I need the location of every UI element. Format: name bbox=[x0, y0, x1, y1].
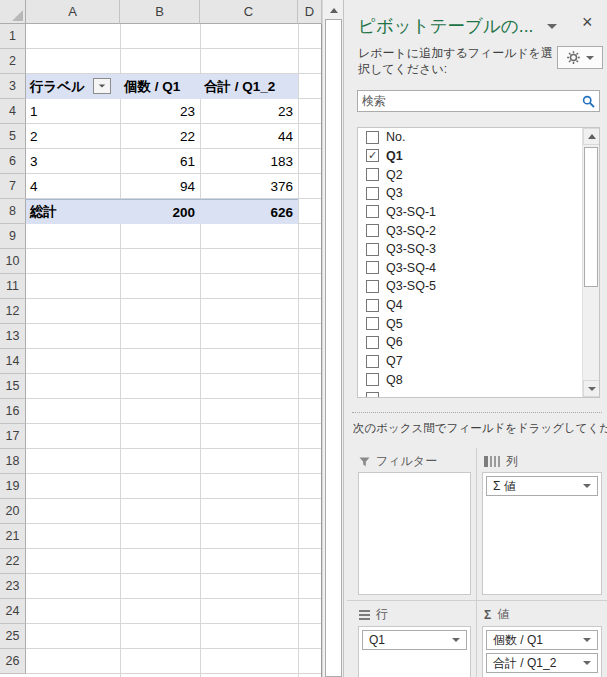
field-list-scrollbar[interactable] bbox=[582, 128, 599, 397]
field-list-item[interactable]: Q3-SQ-4 bbox=[358, 258, 599, 277]
row-header-13[interactable]: 13 bbox=[0, 324, 26, 349]
row-header-6[interactable]: 6 bbox=[0, 149, 26, 174]
row-header-10[interactable]: 10 bbox=[0, 249, 26, 274]
row-header-4[interactable]: 4 bbox=[0, 99, 26, 124]
field-checkbox[interactable] bbox=[366, 373, 379, 386]
sheet-vertical-scrollbar[interactable] bbox=[322, 0, 343, 677]
field-checkbox[interactable] bbox=[366, 243, 379, 256]
pivot-value[interactable]: 183 bbox=[200, 149, 298, 174]
pivot-grand-total-value[interactable]: 200 bbox=[120, 199, 200, 224]
pivot-value[interactable]: 44 bbox=[200, 124, 298, 149]
pivot-grand-total-label[interactable]: 総計 bbox=[26, 199, 120, 224]
field-checkbox[interactable] bbox=[366, 355, 379, 368]
row-header-18[interactable]: 18 bbox=[0, 449, 26, 474]
area-field-pill[interactable]: 合計 / Q1_2 bbox=[486, 653, 598, 673]
row-header-21[interactable]: 21 bbox=[0, 524, 26, 549]
field-checkbox[interactable] bbox=[366, 336, 379, 349]
row-header-20[interactable]: 20 bbox=[0, 499, 26, 524]
column-header-C[interactable]: C bbox=[200, 0, 298, 24]
search-icon[interactable] bbox=[577, 95, 599, 108]
field-list-item[interactable]: Q4 bbox=[358, 296, 599, 315]
row-header-19[interactable]: 19 bbox=[0, 474, 26, 499]
pivot-value[interactable]: 23 bbox=[200, 99, 298, 124]
field-checkbox[interactable] bbox=[366, 187, 379, 200]
columns-area-box[interactable]: Σ 値 bbox=[482, 472, 602, 595]
pivot-value[interactable]: 376 bbox=[200, 174, 298, 199]
field-list-item[interactable]: Q2 bbox=[358, 165, 599, 184]
row-header-1[interactable]: 1 bbox=[0, 24, 26, 49]
field-checkbox[interactable] bbox=[366, 261, 379, 274]
row-header-16[interactable]: 16 bbox=[0, 399, 26, 424]
field-list-item[interactable]: Q7 bbox=[358, 352, 599, 371]
row-header-5[interactable]: 5 bbox=[0, 124, 26, 149]
column-header-D[interactable]: D bbox=[298, 0, 322, 24]
row-header-2[interactable]: 2 bbox=[0, 49, 26, 74]
pivot-value[interactable]: 23 bbox=[120, 99, 200, 124]
field-list-item[interactable]: Q3-SQ-2 bbox=[358, 221, 599, 240]
rows-area-box[interactable]: Q1 bbox=[358, 626, 471, 677]
pivot-row-label[interactable]: 3 bbox=[26, 149, 120, 174]
field-list-item[interactable]: ✓ Q1 bbox=[358, 147, 599, 166]
field-list-item[interactable]: Q3 bbox=[358, 184, 599, 203]
row-header-26[interactable]: 26 bbox=[0, 649, 26, 674]
field-checkbox[interactable] bbox=[366, 280, 379, 293]
row-header-24[interactable]: 24 bbox=[0, 599, 26, 624]
row-header-15[interactable]: 15 bbox=[0, 374, 26, 399]
values-area-box[interactable]: 個数 / Q1 合計 / Q1_2 bbox=[482, 626, 602, 677]
field-list-item[interactable]: Q3-SQ-1 bbox=[358, 203, 599, 222]
column-header-A[interactable]: A bbox=[26, 0, 120, 24]
pane-options-chevron-icon[interactable] bbox=[547, 24, 557, 29]
pivot-row-label[interactable]: 1 bbox=[26, 99, 120, 124]
field-list-item[interactable]: Q6 bbox=[358, 333, 599, 352]
field-list-item[interactable]: Q3-SQ-3 bbox=[358, 240, 599, 259]
filters-area-box[interactable] bbox=[358, 472, 471, 595]
field-list-item[interactable]: No. bbox=[358, 128, 599, 147]
sheet-cells[interactable]: 行ラベル個数 / Q1合計 / Q1_212323222443611834943… bbox=[26, 24, 322, 677]
field-checkbox[interactable] bbox=[366, 392, 379, 398]
field-list-item-partial[interactable] bbox=[358, 389, 599, 398]
column-header-B[interactable]: B bbox=[120, 0, 200, 24]
field-list-item[interactable]: Q8 bbox=[358, 370, 599, 389]
row-header-9[interactable]: 9 bbox=[0, 224, 26, 249]
row-header-23[interactable]: 23 bbox=[0, 574, 26, 599]
field-checkbox[interactable] bbox=[366, 131, 379, 144]
pivot-value[interactable]: 94 bbox=[120, 174, 200, 199]
row-header-25[interactable]: 25 bbox=[0, 624, 26, 649]
scroll-up-button[interactable] bbox=[583, 128, 600, 145]
pivot-grand-total-value[interactable]: 626 bbox=[200, 199, 298, 224]
pivot-header-sum-q1-2[interactable]: 合計 / Q1_2 bbox=[200, 74, 298, 99]
scroll-up-button[interactable] bbox=[324, 1, 343, 19]
row-header-7[interactable]: 7 bbox=[0, 174, 26, 199]
row-header-8[interactable]: 8 bbox=[0, 199, 26, 224]
row-header-22[interactable]: 22 bbox=[0, 549, 26, 574]
row-header-17[interactable]: 17 bbox=[0, 424, 26, 449]
field-checkbox[interactable] bbox=[366, 317, 379, 330]
select-all-corner[interactable] bbox=[0, 0, 26, 24]
scrollbar-thumb[interactable] bbox=[325, 19, 342, 677]
pane-close-button[interactable]: × bbox=[582, 13, 593, 31]
row-label-filter-dropdown[interactable] bbox=[93, 78, 111, 94]
search-input[interactable]: 検索 bbox=[357, 90, 600, 112]
row-header-12[interactable]: 12 bbox=[0, 299, 26, 324]
area-field-pill[interactable]: 個数 / Q1 bbox=[486, 630, 598, 650]
scrollbar-thumb[interactable] bbox=[584, 147, 598, 287]
pivot-row-label[interactable]: 2 bbox=[26, 124, 120, 149]
pivot-header-count-q1[interactable]: 個数 / Q1 bbox=[120, 74, 200, 99]
tools-button[interactable] bbox=[557, 46, 603, 69]
pivot-value[interactable]: 61 bbox=[120, 149, 200, 174]
area-field-pill[interactable]: Σ 値 bbox=[486, 476, 598, 496]
field-checkbox[interactable]: ✓ bbox=[366, 149, 379, 162]
row-header-14[interactable]: 14 bbox=[0, 349, 26, 374]
field-checkbox[interactable] bbox=[366, 205, 379, 218]
row-header-11[interactable]: 11 bbox=[0, 274, 26, 299]
field-checkbox[interactable] bbox=[366, 168, 379, 181]
field-list-item[interactable]: Q3-SQ-5 bbox=[358, 277, 599, 296]
row-header-3[interactable]: 3 bbox=[0, 74, 26, 99]
area-field-pill[interactable]: Q1 bbox=[362, 630, 467, 650]
field-list-item[interactable]: Q5 bbox=[358, 314, 599, 333]
pivot-value[interactable]: 22 bbox=[120, 124, 200, 149]
field-checkbox[interactable] bbox=[366, 299, 379, 312]
field-checkbox[interactable] bbox=[366, 224, 379, 237]
scroll-down-button[interactable] bbox=[583, 380, 600, 397]
pivot-row-label[interactable]: 4 bbox=[26, 174, 120, 199]
